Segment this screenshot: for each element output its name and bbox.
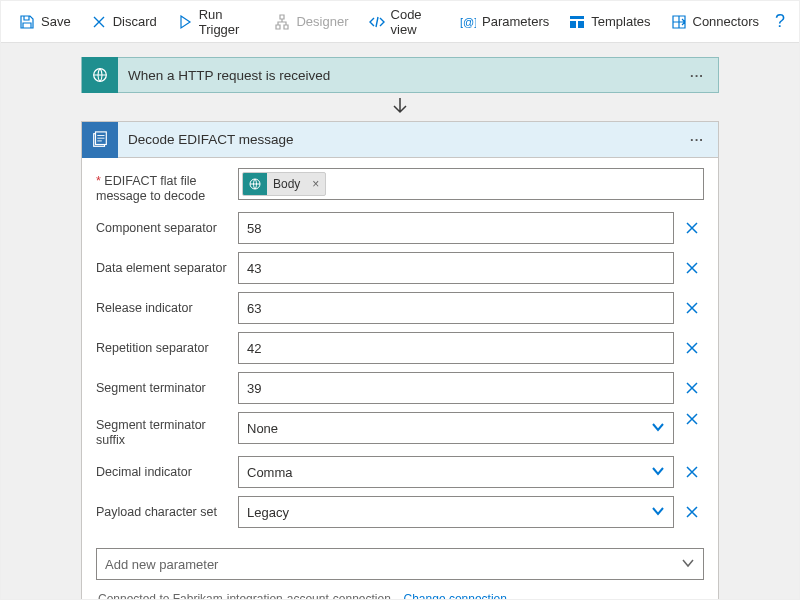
command-bar: Save Discard Run Trigger Designer Code v… <box>1 1 799 43</box>
segment-terminator-label: Segment terminator <box>96 381 232 396</box>
action-title: Decode EDIFACT message <box>118 132 684 147</box>
data-element-separator-clear[interactable] <box>680 261 704 275</box>
decimal-indicator-clear[interactable] <box>680 465 704 479</box>
http-request-icon <box>82 57 118 93</box>
decimal-indicator-label: Decimal indicator <box>96 465 232 480</box>
templates-label: Templates <box>591 14 650 29</box>
chevron-down-icon <box>681 556 695 573</box>
designer-icon <box>274 14 290 30</box>
action-menu-button[interactable]: ··· <box>684 132 710 147</box>
body-token[interactable]: Body × <box>242 172 326 196</box>
code-view-icon <box>369 14 385 30</box>
field-row-segment-terminator: Segment terminator 39 <box>96 372 704 404</box>
parameters-icon: [@] <box>460 14 476 30</box>
edifact-message-input[interactable]: Body × <box>238 168 704 200</box>
data-element-separator-input[interactable]: 43 <box>238 252 674 284</box>
templates-icon <box>569 14 585 30</box>
release-indicator-input[interactable]: 63 <box>238 292 674 324</box>
action-header[interactable]: Decode EDIFACT message ··· <box>82 122 718 158</box>
discard-button[interactable]: Discard <box>81 1 167 43</box>
body-token-remove[interactable]: × <box>306 177 325 191</box>
field-row-payload-charset: Payload character set Legacy <box>96 496 704 528</box>
chevron-down-icon <box>651 504 665 521</box>
save-button[interactable]: Save <box>9 1 81 43</box>
help-button[interactable]: ? <box>769 11 791 32</box>
action-body: * EDIFACT flat file message to decode Bo… <box>82 158 718 599</box>
field-row-data-element-separator: Data element separator 43 <box>96 252 704 284</box>
field-row-decimal-indicator: Decimal indicator Comma <box>96 456 704 488</box>
field-row-component-separator: Component separator 58 <box>96 212 704 244</box>
repetition-separator-input[interactable]: 42 <box>238 332 674 364</box>
code-view-label: Code view <box>391 7 441 37</box>
discard-icon <box>91 14 107 30</box>
http-body-token-icon <box>243 172 267 196</box>
repetition-separator-clear[interactable] <box>680 341 704 355</box>
payload-charset-clear[interactable] <box>680 505 704 519</box>
edifact-message-label: * EDIFACT flat file message to decode <box>96 168 232 204</box>
release-indicator-clear[interactable] <box>680 301 704 315</box>
connectors-label: Connectors <box>693 14 759 29</box>
run-trigger-label: Run Trigger <box>199 7 255 37</box>
save-icon <box>19 14 35 30</box>
payload-charset-select[interactable]: Legacy <box>238 496 674 528</box>
segment-terminator-clear[interactable] <box>680 381 704 395</box>
segment-terminator-suffix-select[interactable]: None <box>238 412 674 444</box>
body-token-label: Body <box>267 177 306 191</box>
save-label: Save <box>41 14 71 29</box>
component-separator-input[interactable]: 58 <box>238 212 674 244</box>
field-row-release-indicator: Release indicator 63 <box>96 292 704 324</box>
connectors-button[interactable]: Connectors <box>661 1 769 43</box>
help-icon: ? <box>775 11 785 31</box>
segment-terminator-suffix-clear[interactable] <box>680 412 704 426</box>
parameters-button[interactable]: [@] Parameters <box>450 1 559 43</box>
flow-arrow <box>81 93 719 121</box>
release-indicator-label: Release indicator <box>96 301 232 316</box>
change-connection-link[interactable]: Change connection. <box>404 592 511 599</box>
component-separator-clear[interactable] <box>680 221 704 235</box>
trigger-title: When a HTTP request is received <box>118 68 684 83</box>
add-new-parameter-label: Add new parameter <box>105 557 218 572</box>
decode-edifact-icon <box>82 122 118 158</box>
field-row-edifact-message: * EDIFACT flat file message to decode Bo… <box>96 168 704 204</box>
action-card-decode-edifact: Decode EDIFACT message ··· * EDIFACT fla… <box>81 121 719 599</box>
designer-button[interactable]: Designer <box>264 1 358 43</box>
designer-label: Designer <box>296 14 348 29</box>
chevron-down-icon <box>651 464 665 481</box>
decimal-indicator-select[interactable]: Comma <box>238 456 674 488</box>
payload-charset-label: Payload character set <box>96 505 232 520</box>
connection-text: Connected to Fabrikam-integration-accoun… <box>98 592 394 599</box>
templates-button[interactable]: Templates <box>559 1 660 43</box>
trigger-card[interactable]: When a HTTP request is received ··· <box>81 57 719 93</box>
discard-label: Discard <box>113 14 157 29</box>
repetition-separator-label: Repetition separator <box>96 341 232 356</box>
parameters-label: Parameters <box>482 14 549 29</box>
connection-info: Connected to Fabrikam-integration-accoun… <box>96 588 704 599</box>
code-view-button[interactable]: Code view <box>359 1 451 43</box>
add-new-parameter-select[interactable]: Add new parameter <box>96 548 704 580</box>
svg-text:[@]: [@] <box>460 16 476 28</box>
azure-logic-app-designer: Save Discard Run Trigger Designer Code v… <box>0 0 800 600</box>
field-row-repetition-separator: Repetition separator 42 <box>96 332 704 364</box>
field-row-segment-terminator-suffix: Segment terminator suffix None <box>96 412 704 448</box>
designer-canvas: When a HTTP request is received ··· Deco… <box>1 43 799 599</box>
run-trigger-icon <box>177 14 193 30</box>
trigger-menu-button[interactable]: ··· <box>684 68 710 83</box>
segment-terminator-suffix-label: Segment terminator suffix <box>96 412 232 448</box>
data-element-separator-label: Data element separator <box>96 261 232 276</box>
chevron-down-icon <box>651 420 665 437</box>
run-trigger-button[interactable]: Run Trigger <box>167 1 265 43</box>
segment-terminator-input[interactable]: 39 <box>238 372 674 404</box>
component-separator-label: Component separator <box>96 221 232 236</box>
connectors-icon <box>671 14 687 30</box>
